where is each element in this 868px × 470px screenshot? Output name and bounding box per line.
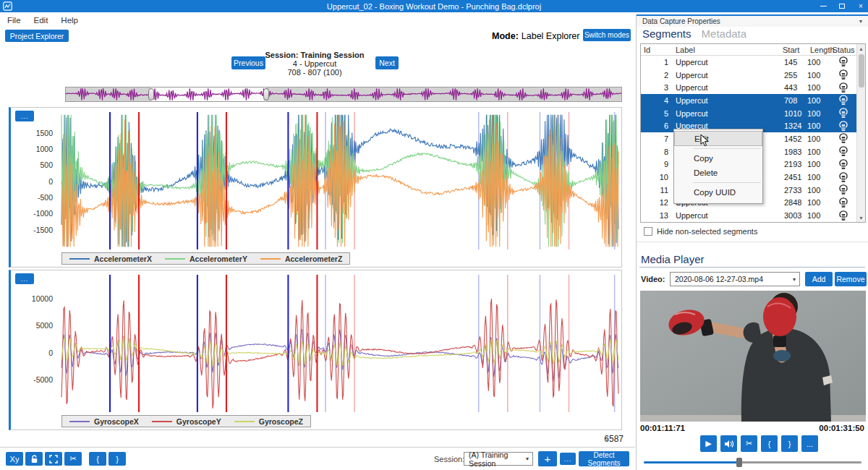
- overview-right-handle[interactable]: [263, 88, 269, 101]
- cell-id: 5: [641, 109, 671, 118]
- gyroscope-chart-panel[interactable]: ... 1000050000-5000 GyroscopeXGyroscopeY…: [9, 270, 622, 430]
- minimize-button[interactable]: [819, 2, 827, 11]
- restore-button[interactable]: [838, 2, 846, 11]
- video-status-icon: [839, 121, 848, 132]
- detect-segments-button[interactable]: Detect Segments: [579, 451, 629, 466]
- legend-item: GyroscopeX: [69, 417, 139, 426]
- svg-text:1000: 1000: [36, 145, 54, 153]
- hide-nonselected-checkbox[interactable]: [644, 227, 652, 236]
- gyro-chart-menu-button[interactable]: ...: [15, 273, 34, 284]
- close-button[interactable]: ×: [856, 2, 865, 11]
- table-row[interactable]: 5Uppercut1010100: [641, 107, 865, 120]
- column-length[interactable]: Length: [804, 46, 830, 54]
- chevron-down-icon: ▾: [526, 456, 529, 462]
- table-row[interactable]: 3Uppercut443100: [641, 81, 865, 94]
- legend-item: GyroscopeZ: [234, 417, 303, 426]
- column-status[interactable]: Status: [830, 46, 856, 54]
- cell-id: 12: [641, 198, 671, 207]
- panel-pin-icon[interactable]: ▾: [859, 18, 862, 25]
- cell-start: 2733: [777, 186, 804, 195]
- cell-length: 100: [804, 160, 830, 168]
- segment-name: 4 - Uppercut: [246, 59, 383, 68]
- column-label[interactable]: Label: [671, 46, 777, 54]
- cell-status: [830, 184, 856, 195]
- table-row[interactable]: 13Uppercut3003100: [641, 209, 865, 222]
- close-brace-button[interactable]: }: [109, 452, 126, 466]
- mark-start-button[interactable]: {: [761, 435, 778, 452]
- session-header: Session: Training Session 4 - Uppercut 7…: [246, 51, 383, 77]
- segments-scrollbar[interactable]: ▲ ▼: [856, 44, 865, 222]
- video-status-icon: [839, 184, 848, 195]
- cut-button[interactable]: ✂: [64, 452, 82, 466]
- lock-button[interactable]: [25, 452, 43, 466]
- session-select[interactable]: (A) Training Session ▾: [464, 452, 533, 466]
- video-time-total: 00:01:31:50: [819, 424, 864, 432]
- open-brace-button[interactable]: {: [89, 452, 106, 466]
- trim-button[interactable]: ✂: [741, 435, 757, 452]
- axis-settings-button[interactable]: Xy: [6, 452, 23, 466]
- video-status-icon: [839, 95, 848, 106]
- video-frame[interactable]: [640, 291, 866, 422]
- svg-text:0: 0: [48, 349, 53, 357]
- next-button[interactable]: Next: [375, 56, 399, 69]
- add-video-button[interactable]: Add: [805, 272, 833, 286]
- column-id[interactable]: Id: [641, 46, 671, 54]
- accelerometer-chart-panel[interactable]: ... 150010005000-500-1000-1500 Accelerom…: [9, 107, 622, 268]
- accel-chart-menu-button[interactable]: ...: [15, 111, 34, 121]
- gyroscope-plot[interactable]: 1000050000-5000: [11, 273, 623, 414]
- cell-id: 11: [641, 186, 671, 195]
- video-status-icon: [839, 159, 848, 170]
- table-row[interactable]: 2Uppercut255100: [641, 69, 865, 82]
- project-explorer-button[interactable]: Project Explorer: [5, 30, 69, 42]
- cell-length: 100: [804, 148, 830, 156]
- cell-id: 7: [641, 134, 671, 143]
- cell-start: 2848: [777, 198, 804, 207]
- more-options-button[interactable]: ...: [560, 453, 576, 465]
- tab-segments[interactable]: Segments: [642, 27, 692, 40]
- cell-length: 100: [804, 109, 830, 118]
- media-more-button[interactable]: ...: [801, 435, 818, 452]
- menu-file[interactable]: File: [7, 16, 21, 25]
- cell-status: [830, 159, 856, 170]
- video-slider[interactable]: [644, 457, 861, 467]
- tab-metadata[interactable]: Metadata: [702, 27, 747, 40]
- overview-left-handle[interactable]: [148, 88, 154, 101]
- accelerometer-plot[interactable]: 150010005000-500-1000-1500: [11, 111, 623, 251]
- overview-strip[interactable]: [65, 87, 622, 102]
- chevron-down-icon: ▾: [793, 276, 796, 283]
- column-start[interactable]: Start: [777, 46, 804, 54]
- menu-edit[interactable]: Edit: [34, 16, 48, 25]
- hide-nonselected-row[interactable]: Hide non-selected segments: [644, 227, 757, 236]
- legend-item: AccelerometerX: [69, 255, 152, 263]
- table-row[interactable]: 4Uppercut708100: [641, 94, 865, 107]
- scroll-up-icon[interactable]: ▲: [859, 44, 864, 53]
- cell-start: 3003: [777, 211, 804, 220]
- svg-text:1500: 1500: [36, 129, 54, 137]
- svg-text:500: 500: [40, 161, 53, 169]
- context-menu-copy[interactable]: Copy: [674, 151, 762, 166]
- video-select-value: 2020-08-06 12-27-03.mp4: [675, 275, 763, 283]
- volume-button[interactable]: [720, 435, 737, 452]
- menu-help[interactable]: Help: [61, 16, 78, 25]
- remove-video-button[interactable]: Remove: [835, 272, 867, 286]
- mark-end-button[interactable]: }: [781, 435, 798, 452]
- add-segment-button[interactable]: +: [538, 451, 557, 466]
- panel-header-title: Data Capture Properties: [642, 17, 720, 25]
- collapse-caret-icon[interactable]: ▾: [605, 437, 608, 444]
- svg-text:-1000: -1000: [33, 209, 53, 218]
- svg-text:-1500: -1500: [33, 226, 53, 234]
- context-menu-edit[interactable]: Edit: [674, 131, 762, 146]
- context-menu-delete[interactable]: Delete: [674, 166, 762, 180]
- switch-modes-button[interactable]: Switch modes: [583, 29, 631, 41]
- table-row[interactable]: 1Uppercut145100: [641, 56, 865, 69]
- segments-table-header: Id Label Start Length Status: [641, 44, 865, 56]
- play-button[interactable]: ▶: [700, 435, 717, 452]
- scrollbar-thumb[interactable]: [859, 54, 864, 87]
- expand-button[interactable]: [45, 452, 62, 466]
- video-slider-thumb[interactable]: [736, 458, 742, 467]
- cell-status: [830, 95, 856, 106]
- scroll-down-icon[interactable]: ▼: [859, 213, 864, 222]
- video-select[interactable]: 2020-08-06 12-27-03.mp4 ▾: [670, 272, 800, 286]
- mode-label: Mode:: [492, 31, 519, 41]
- context-menu-copy-uuid[interactable]: Copy UUID: [674, 185, 762, 200]
